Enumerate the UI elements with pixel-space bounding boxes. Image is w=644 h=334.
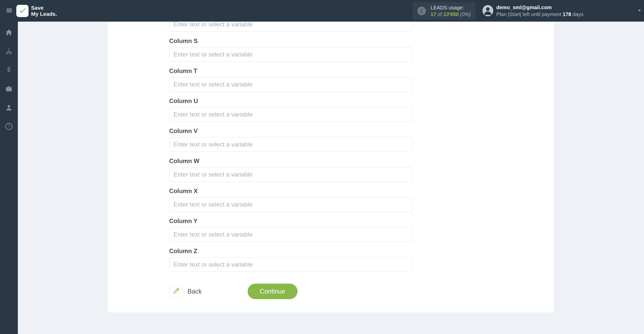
user-email: demo_sml@gmail.com [496, 4, 583, 11]
hamburger-icon [6, 7, 13, 15]
home-icon [5, 28, 13, 37]
column-s-input[interactable] [169, 47, 413, 62]
back-icon-circle [169, 284, 183, 299]
header-collapse-button[interactable] [583, 6, 639, 16]
briefcase-icon [5, 85, 13, 94]
brand-line2: My Leads. [31, 11, 57, 17]
avatar [482, 6, 493, 16]
field-column-z: Column Z [169, 248, 413, 272]
brand-line1: Save [31, 5, 57, 11]
user-text: demo_sml@gmail.com Plan |Start| left unt… [496, 4, 583, 18]
form-actions: Back Continue [169, 284, 413, 299]
field-column-y: Column Y [169, 217, 413, 242]
field-label: Column Y [169, 217, 413, 225]
sidebar-item-account[interactable] [4, 103, 14, 113]
usage-pct: (0%) [460, 11, 471, 17]
field-label: Column Z [169, 248, 413, 255]
brand-logo[interactable]: Save My Leads. [16, 5, 57, 17]
plan-prefix: Plan |Start| left until payment [496, 11, 563, 17]
back-button[interactable]: Back [169, 284, 202, 299]
column-z-input[interactable] [169, 257, 413, 272]
column-t-input[interactable] [169, 77, 413, 92]
brand-text: Save My Leads. [31, 5, 57, 17]
field-label: Column U [169, 97, 413, 105]
field-label: Column X [169, 187, 413, 195]
sidebar-item-help[interactable] [4, 122, 14, 132]
user-circle-icon [482, 5, 493, 17]
content-area: Column R Column S Column T Column U [18, 22, 644, 334]
dollar-icon [5, 66, 13, 75]
back-label: Back [187, 288, 202, 295]
column-mapping-form: Column R Column S Column T Column U [169, 22, 413, 272]
usage-used: 17 [431, 11, 436, 17]
menu-toggle-button[interactable] [5, 6, 14, 16]
field-column-w: Column W [169, 157, 413, 182]
column-r-input[interactable] [169, 22, 413, 32]
user-plan: Plan |Start| left until payment 178 days [496, 11, 583, 18]
column-v-input[interactable] [169, 137, 413, 152]
user-icon [5, 104, 13, 112]
field-column-s: Column S [169, 37, 413, 62]
continue-button[interactable]: Continue [248, 284, 298, 299]
field-column-v: Column V [169, 127, 413, 152]
sidebar-item-billing[interactable] [4, 65, 14, 76]
field-label: Column V [169, 127, 413, 135]
pencil-icon [173, 287, 180, 296]
user-box[interactable]: demo_sml@gmail.com Plan |Start| left unt… [482, 4, 583, 18]
top-header: Save My Leads. i LEADS usage: 17 of 13'8… [0, 0, 644, 22]
sidebar-item-home[interactable] [4, 28, 14, 38]
plan-suffix: days [571, 11, 583, 17]
field-label: Column S [169, 37, 413, 45]
usage-title: LEADS usage: [431, 4, 471, 11]
field-label: Column T [169, 67, 413, 75]
svg-point-1 [486, 7, 490, 11]
usage-text: LEADS usage: 17 of 13'850 (0%) [431, 4, 471, 18]
question-icon [5, 123, 13, 131]
plan-days: 178 [563, 11, 571, 17]
column-u-input[interactable] [169, 107, 413, 122]
usage-of: of [438, 11, 442, 17]
logo-mark [16, 5, 29, 17]
field-column-x: Column X [169, 187, 413, 212]
sidebar [0, 22, 18, 334]
form-card: Column R Column S Column T Column U [108, 22, 554, 312]
info-icon: i [417, 7, 426, 15]
usage-total: 13'850 [443, 11, 459, 17]
sidebar-item-briefcase[interactable] [4, 84, 14, 94]
field-column-t: Column T [169, 67, 413, 92]
chevron-down-icon [636, 7, 643, 15]
field-column-u: Column U [169, 97, 413, 122]
field-column-r: Column R [169, 22, 413, 32]
sitemap-icon [5, 47, 13, 56]
check-icon [18, 6, 26, 16]
column-w-input[interactable] [169, 167, 413, 182]
column-y-input[interactable] [169, 227, 413, 242]
sidebar-item-connections[interactable] [4, 47, 14, 57]
field-label: Column W [169, 157, 413, 165]
column-x-input[interactable] [169, 197, 413, 212]
usage-box[interactable]: i LEADS usage: 17 of 13'850 (0%) [413, 2, 475, 20]
svg-point-2 [8, 105, 10, 108]
